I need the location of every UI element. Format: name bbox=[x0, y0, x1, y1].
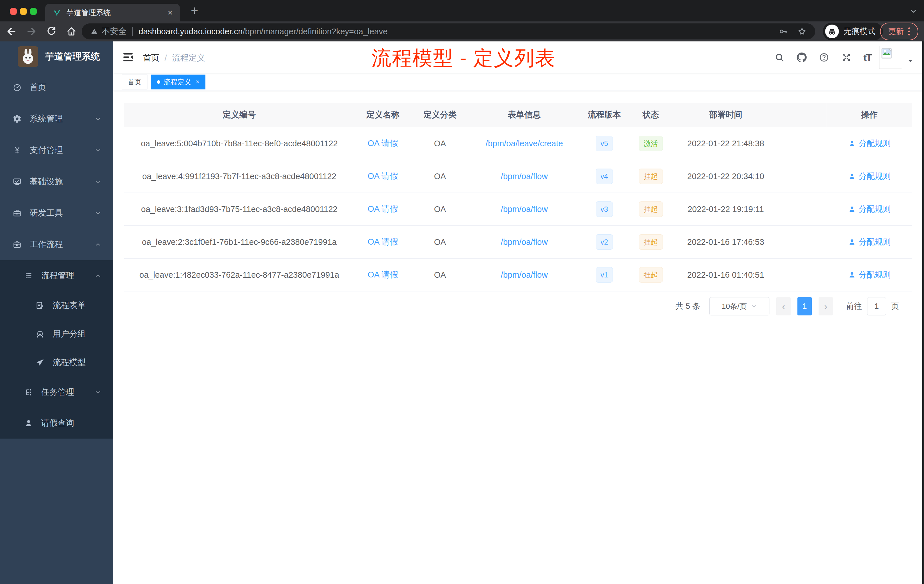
tag-process-definition[interactable]: 流程定义 × bbox=[151, 74, 205, 89]
form-link[interactable]: /bpm/oa/flow bbox=[501, 172, 548, 181]
definition-category: OA bbox=[411, 259, 469, 291]
assign-rule-button[interactable]: 分配规则 bbox=[848, 237, 891, 247]
app-header: 首页 / 流程定义 流程模型 - 定义列表 tT bbox=[113, 41, 924, 73]
definition-id: oa_leave:1:482ec033-762a-11ec-8477-a2380… bbox=[124, 259, 354, 291]
column-header-3: 表单信息 bbox=[469, 103, 580, 127]
form-link[interactable]: /bpm/oa/leave/create bbox=[486, 139, 563, 148]
url-host: dashboard.yudao.iocoder.cn bbox=[139, 27, 243, 36]
sidebar-item-task-management[interactable]: 任务管理 bbox=[0, 377, 113, 408]
definition-category: OA bbox=[411, 226, 469, 258]
status-badge: 激活 bbox=[639, 136, 663, 151]
goto-page-input[interactable] bbox=[867, 297, 886, 315]
breadcrumb-current: 流程定义 bbox=[172, 52, 205, 64]
new-tab-button[interactable]: + bbox=[191, 3, 198, 18]
tag-home[interactable]: 首页 bbox=[122, 74, 147, 89]
table-row: oa_leave:2:3c1f0ef1-76b1-11ec-9c66-a2380… bbox=[124, 226, 912, 259]
close-window-button[interactable] bbox=[10, 8, 17, 15]
form-link[interactable]: /bpm/oa/flow bbox=[501, 205, 548, 214]
browser-tab[interactable]: 芋道管理系统 × bbox=[45, 4, 180, 21]
user-icon bbox=[24, 419, 33, 428]
sidebar-item-payment-management[interactable]: 支付管理 bbox=[0, 135, 113, 166]
next-page-button[interactable]: › bbox=[818, 297, 833, 315]
definition-category: OA bbox=[411, 160, 469, 193]
github-icon[interactable] bbox=[797, 52, 807, 63]
form-link[interactable]: /bpm/oa/flow bbox=[501, 270, 548, 280]
monitor-icon bbox=[13, 177, 22, 186]
url-divider bbox=[132, 27, 133, 36]
sidebar-item-workflow[interactable]: 工作流程 bbox=[0, 229, 113, 260]
forward-button[interactable] bbox=[25, 25, 38, 38]
sidebar-item-leave-query[interactable]: 请假查询 bbox=[0, 408, 113, 439]
sidebar-logo[interactable]: 芋道管理系统 bbox=[0, 41, 113, 72]
minimize-window-button[interactable] bbox=[20, 8, 27, 15]
column-header-7: 操作 bbox=[826, 103, 912, 127]
robot-icon bbox=[35, 330, 45, 338]
avatar[interactable] bbox=[879, 46, 902, 69]
chevron-down-icon bbox=[94, 389, 102, 396]
menu-dots-icon[interactable] bbox=[908, 27, 910, 35]
fullscreen-icon[interactable] bbox=[841, 52, 851, 63]
logo-avatar bbox=[18, 46, 38, 67]
update-button[interactable]: 更新 bbox=[880, 23, 918, 40]
table-row: oa_leave:5:004b710b-7b8a-11ec-8ef0-acde4… bbox=[124, 127, 912, 160]
column-header-6: 部署时间 bbox=[673, 103, 779, 127]
prev-page-button[interactable]: ‹ bbox=[776, 297, 790, 315]
definition-name-link[interactable]: OA 请假 bbox=[368, 236, 398, 248]
bookmark-star-icon[interactable] bbox=[797, 27, 807, 36]
back-button[interactable] bbox=[5, 25, 18, 38]
spacer-cell bbox=[779, 226, 826, 258]
form-link[interactable]: /bpm/oa/flow bbox=[501, 238, 548, 247]
sidebar-item-process-form[interactable]: 流程表单 bbox=[0, 291, 113, 320]
avatar-caret-down-icon[interactable] bbox=[907, 58, 914, 64]
password-key-icon[interactable] bbox=[779, 27, 788, 36]
column-header-1: 定义名称 bbox=[354, 103, 411, 127]
definition-name-link[interactable]: OA 请假 bbox=[368, 203, 398, 215]
sidebar-item-infrastructure[interactable]: 基础设施 bbox=[0, 166, 113, 198]
url-bar[interactable]: 不安全 dashboard.yudao.iocoder.cn/bpm/manag… bbox=[82, 23, 815, 40]
breadcrumb-home[interactable]: 首页 bbox=[143, 52, 159, 64]
assign-rule-button[interactable]: 分配规则 bbox=[848, 269, 891, 280]
zoom-window-button[interactable] bbox=[30, 8, 37, 15]
pagination: 共 5 条 10条/页 ‹ 1 › 前往 页 bbox=[124, 297, 912, 315]
sidebar-item-system-management[interactable]: 系统管理 bbox=[0, 103, 113, 135]
user-icon bbox=[848, 238, 856, 246]
deploy-time: 2022-01-22 20:34:10 bbox=[673, 160, 779, 193]
sidebar-item-user-group[interactable]: 用户分组 bbox=[0, 320, 113, 348]
tab-search-chevron-icon[interactable] bbox=[909, 7, 918, 15]
assign-rule-button[interactable]: 分配规则 bbox=[848, 171, 891, 182]
sidebar-item-process-management[interactable]: 流程管理 bbox=[0, 260, 113, 291]
assign-rule-button[interactable]: 分配规则 bbox=[848, 138, 891, 149]
home-button[interactable] bbox=[65, 25, 78, 38]
traffic-lights bbox=[10, 8, 37, 15]
search-icon[interactable] bbox=[774, 52, 785, 63]
spacer-cell bbox=[779, 127, 826, 160]
sidebar-item-dev-tools[interactable]: 研发工具 bbox=[0, 198, 113, 229]
update-label: 更新 bbox=[888, 26, 904, 36]
definition-name-link[interactable]: OA 请假 bbox=[368, 171, 398, 182]
send-icon bbox=[35, 358, 45, 367]
column-header-0: 定义编号 bbox=[124, 103, 354, 127]
user-icon bbox=[848, 172, 856, 180]
current-page-button[interactable]: 1 bbox=[797, 297, 812, 315]
definition-name-link[interactable]: OA 请假 bbox=[368, 269, 398, 280]
sidebar-item-home[interactable]: 首页 bbox=[0, 72, 113, 103]
warning-icon bbox=[90, 27, 98, 35]
tab-close-icon[interactable]: × bbox=[167, 8, 173, 17]
help-icon[interactable] bbox=[819, 52, 829, 63]
definition-name-link[interactable]: OA 请假 bbox=[368, 138, 398, 149]
sidebar-item-process-model[interactable]: 流程模型 bbox=[0, 348, 113, 377]
gear-icon bbox=[13, 114, 22, 124]
hamburger-icon[interactable] bbox=[122, 51, 135, 64]
tag-close-icon[interactable]: × bbox=[196, 78, 200, 86]
security-label[interactable]: 不安全 bbox=[102, 26, 127, 37]
font-size-icon[interactable]: tT bbox=[863, 52, 871, 63]
column-header-4: 流程版本 bbox=[580, 103, 629, 127]
deploy-time: 2022-01-22 21:48:38 bbox=[673, 127, 779, 160]
incognito-badge: 无痕模式 bbox=[823, 23, 883, 40]
reload-button[interactable] bbox=[45, 25, 58, 38]
assign-rule-button[interactable]: 分配规则 bbox=[848, 204, 891, 214]
definition-id: oa_leave:3:1fad3d93-7b75-11ec-a3c8-acde4… bbox=[124, 193, 354, 226]
page-size-select[interactable]: 10条/页 bbox=[710, 297, 769, 315]
incognito-icon bbox=[825, 25, 839, 38]
flow-icon bbox=[24, 388, 33, 397]
